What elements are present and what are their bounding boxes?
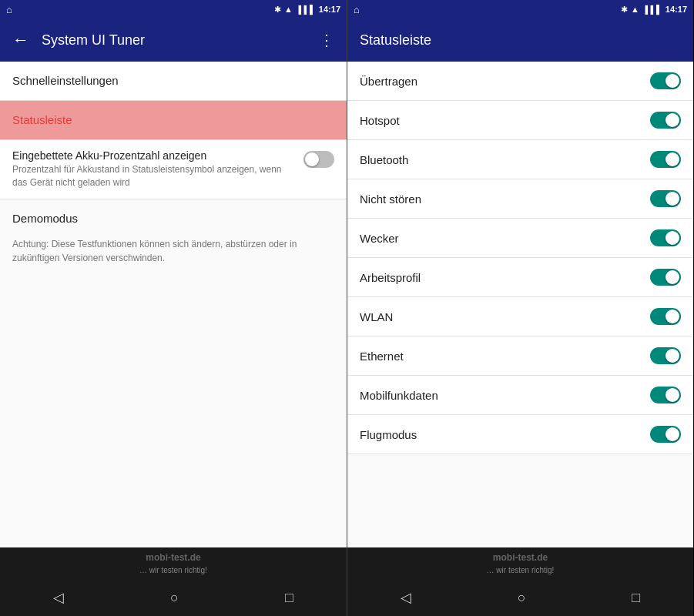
right-home-icon: ⌂ [354,4,360,15]
toggle-knob-ethernet [666,349,679,363]
left-page-title: System UI Tuner [42,32,307,49]
toggle-knob-wlan [666,310,679,323]
status-bar-right-icons: ✱ ▲ ▐▐ ▌ 14:17 [274,5,340,15]
wifi-icon: ▲ [284,5,293,14]
left-top-bar: ← System UI Tuner ⋮ [0,18,347,62]
toggle-knob-wecker [666,231,679,245]
toggle-arbeitsprofil[interactable] [650,269,681,286]
left-panel-content: Schnelleinstellungen Statusleiste Eingeb… [0,62,347,547]
statusbar-item-hotspot[interactable]: Hotspot [347,101,693,140]
menu-item-statusleiste[interactable]: Statusleiste [0,101,347,140]
statusbar-item-bluetooth[interactable]: Bluetooth [347,140,693,179]
right-watermark-sub: … wir testen richtig! [347,564,693,576]
left-nav-bar: ◁ ○ □ [0,579,347,616]
right-status-bar-right: ✱ ▲ ▐▐ ▌ 14:17 [621,5,687,15]
toggle-knob-bluetooth [666,152,679,166]
left-watermark: mobi-test.de … wir testen richtig! [0,547,347,579]
right-battery-icon: ▌ [656,5,662,14]
toggle-knob-mobilfunkdaten [666,388,679,402]
toggle-knob-nicht-storen [666,192,679,206]
left-recent-nav[interactable]: □ [285,590,293,606]
right-wifi-icon: ▲ [631,5,639,14]
toggle-nicht-storen[interactable] [650,190,681,207]
right-time-display: 14:17 [666,5,687,14]
toggle-mobilfunkdaten[interactable] [650,387,681,403]
right-page-title: Statusleiste [360,32,681,49]
right-nav-area: mobi-test.de … wir testen richtig! ◁ ○ □ [347,547,693,616]
signal-icon: ▐▐ [296,5,307,14]
toggle-knob-flugmodus [666,427,679,441]
battery-icon: ▌ [310,5,316,14]
right-status-bar-left: ⌂ [354,4,360,15]
right-top-bar: Statusleiste [347,18,693,62]
more-options-icon[interactable]: ⋮ [319,31,334,49]
akku-toggle[interactable] [303,151,334,168]
toggle-knob-hotspot [666,113,679,127]
statusbar-item-mobilfunkdaten[interactable]: Mobilfunkdaten [347,376,693,415]
toggle-ethernet[interactable] [650,347,681,364]
akku-setting-desc: Prozentzahl für Akkustand in Statusleist… [12,163,297,189]
akku-toggle-wrapper[interactable] [303,151,334,168]
left-watermark-sub: … wir testen richtig! [0,564,347,576]
statusbar-item-ethernet[interactable]: Ethernet [347,336,693,376]
statusbar-item-ubertragen[interactable]: Übertragen [347,62,693,101]
left-home-nav[interactable]: ○ [170,590,179,606]
statusbar-item-wlan[interactable]: WLAN [347,297,693,336]
right-bluetooth-icon: ✱ [621,5,628,15]
right-panel-content: Übertragen Hotspot Bluetooth Nicht störe… [347,62,693,547]
toggle-hotspot[interactable] [650,112,681,129]
home-icon: ⌂ [6,4,12,15]
right-watermark: mobi-test.de … wir testen richtig! [347,547,693,579]
statusbar-item-arbeitsprofil[interactable]: Arbeitsprofil [347,258,693,297]
right-home-nav[interactable]: ○ [518,590,526,606]
right-status-bar: ⌂ ✱ ▲ ▐▐ ▌ 14:17 [347,0,693,18]
toggle-knob-arbeitsprofil [666,270,679,284]
akku-setting-row: Eingebettete Akku-Prozentzahl anzeigen P… [12,149,334,189]
status-bar-left-icons: ⌂ [6,4,12,15]
toggle-flugmodus[interactable] [650,426,681,443]
right-panel: ⌂ ✱ ▲ ▐▐ ▌ 14:17 Statusleiste Übertragen… [347,0,693,616]
left-watermark-brand: mobi-test.de [0,551,347,564]
menu-item-schnelleinstellungen[interactable]: Schnelleinstellungen [0,62,347,101]
demomodus-header[interactable]: Demomodus [0,199,347,231]
right-nav-bar: ◁ ○ □ [347,579,693,616]
akku-setting: Eingebettete Akku-Prozentzahl anzeigen P… [0,140,347,199]
time-display: 14:17 [319,5,340,14]
toggle-bluetooth[interactable] [650,151,681,168]
akku-toggle-knob [305,152,319,166]
toggle-wecker[interactable] [650,229,681,246]
back-button[interactable]: ← [12,30,29,50]
left-panel: ⌂ ✱ ▲ ▐▐ ▌ 14:17 ← System UI Tuner ⋮ Sch… [0,0,347,616]
bluetooth-icon: ✱ [274,5,281,15]
statusbar-item-nicht-storen[interactable]: Nicht stören [347,179,693,219]
toggle-ubertragen[interactable] [650,72,681,89]
right-recent-nav[interactable]: □ [632,590,640,606]
left-nav-area: mobi-test.de … wir testen richtig! ◁ ○ □ [0,547,347,616]
toggle-knob-ubertragen [666,74,679,88]
right-watermark-brand: mobi-test.de [347,551,693,564]
statusbar-item-wecker[interactable]: Wecker [347,219,693,258]
toggle-wlan[interactable] [650,308,681,325]
akku-setting-text: Eingebettete Akku-Prozentzahl anzeigen P… [12,149,297,189]
statusbar-item-flugmodus[interactable]: Flugmodus [347,415,693,454]
warning-text: Achtung: Diese Testfunktionen können sic… [0,231,347,277]
left-status-bar: ⌂ ✱ ▲ ▐▐ ▌ 14:17 [0,0,347,18]
akku-setting-title: Eingebettete Akku-Prozentzahl anzeigen [12,149,297,162]
left-back-nav[interactable]: ◁ [53,589,64,606]
right-signal-icon: ▐▐ [642,5,653,14]
right-back-nav[interactable]: ◁ [401,589,411,606]
